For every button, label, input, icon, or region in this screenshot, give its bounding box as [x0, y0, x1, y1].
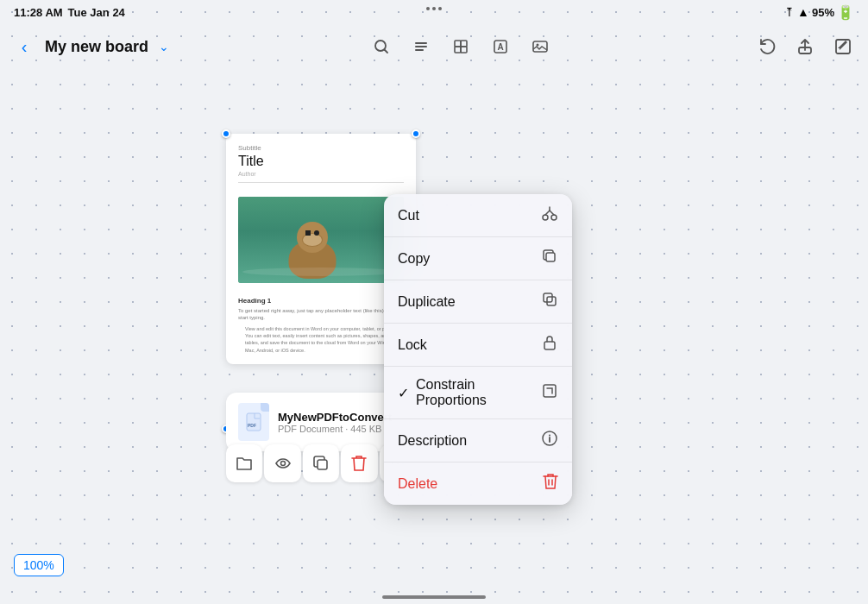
delete-menu-text: Delete [398, 476, 437, 492]
lock-label: Lock [398, 337, 427, 353]
doc-body-text: To get started right away, just tap any … [238, 307, 404, 322]
file-icon: PDF [238, 403, 269, 441]
selection-handle-tl[interactable] [222, 129, 230, 138]
battery-icon: 🔋 [837, 4, 854, 21]
battery-level: 95% [812, 6, 834, 19]
delete-label: Delete [398, 476, 437, 492]
svg-rect-2 [415, 42, 427, 44]
description-text: Description [398, 433, 467, 449]
svg-rect-18 [318, 460, 327, 469]
doc-bullet-1: View and edit this document in Word on y… [238, 325, 404, 332]
svg-rect-5 [455, 41, 461, 47]
svg-rect-15 [247, 413, 261, 431]
preview-button[interactable] [264, 444, 300, 482]
check-mark: ✓ [398, 385, 409, 401]
status-bar: 11:28 AM Tue Jan 24 ⤒ ▲ 95% 🔋 [0, 0, 868, 24]
svg-point-17 [280, 462, 285, 466]
more-options[interactable] [426, 7, 442, 10]
cut-label: Cut [398, 208, 419, 223]
doc-bullet-2: You can edit text, easily insert content… [238, 332, 404, 354]
copy-icon [312, 455, 330, 472]
delete-button[interactable] [341, 444, 377, 482]
location-icon: ⤒ [784, 5, 795, 19]
svg-rect-4 [415, 49, 424, 51]
svg-rect-6 [461, 41, 467, 47]
svg-point-22 [543, 215, 548, 220]
search-tool-button[interactable] [365, 30, 398, 63]
search-icon [373, 38, 390, 55]
status-time: 11:28 AM [14, 6, 63, 19]
delete-menu-icon [543, 473, 558, 494]
svg-rect-11 [533, 41, 547, 52]
dot3 [438, 7, 442, 10]
copy-menu-icon [541, 248, 558, 269]
home-indicator [382, 595, 486, 599]
dot1 [426, 7, 430, 10]
constrain-label: ✓ Constrain Proportions [398, 377, 541, 408]
cut-icon [541, 204, 558, 226]
folder-button[interactable] [226, 444, 262, 482]
nav-left: ‹ My new board ⌄ [10, 33, 169, 60]
back-button[interactable]: ‹ [10, 33, 38, 60]
undo-icon [758, 37, 777, 56]
menu-item-cut[interactable]: Cut [384, 194, 572, 237]
folder-icon [236, 456, 253, 471]
textbox-icon: A [492, 38, 509, 55]
text-tool-button[interactable] [405, 30, 437, 63]
menu-item-copy[interactable]: Copy [384, 237, 572, 280]
title-dropdown-icon[interactable]: ⌄ [159, 40, 169, 53]
svg-rect-28 [544, 385, 556, 397]
svg-point-23 [551, 215, 557, 220]
edit-button[interactable] [828, 32, 858, 61]
svg-text:A: A [498, 42, 504, 52]
description-label: Description [398, 433, 467, 449]
doc-bullets: View and edit this document in Word on y… [238, 325, 404, 354]
media-tool-button[interactable] [524, 30, 557, 63]
doc-title: Title [238, 154, 404, 169]
menu-item-duplicate[interactable]: Duplicate [384, 280, 572, 324]
menu-item-constrain[interactable]: ✓ Constrain Proportions [384, 367, 572, 419]
pdf-icon: PDF [246, 412, 261, 431]
svg-text:PDF: PDF [248, 423, 256, 428]
file-info: MyNewPDFtoConvert PDF Document · 445 KB [278, 411, 392, 434]
eye-icon [274, 455, 292, 472]
doc-divider [238, 182, 404, 183]
file-name: MyNewPDFtoConvert [278, 411, 392, 424]
dot2 [432, 7, 436, 10]
back-icon: ‹ [22, 37, 28, 57]
svg-rect-27 [544, 342, 555, 349]
doc-author: Author [238, 171, 404, 177]
copy-text: Copy [398, 251, 430, 267]
textbox-tool-button[interactable]: A [484, 30, 517, 63]
copy-button[interactable] [303, 444, 339, 482]
share-icon [796, 37, 815, 56]
lock-icon [541, 334, 558, 355]
file-meta: PDF Document · 445 KB [278, 424, 392, 434]
svg-point-12 [537, 44, 539, 47]
selection-handle-tr[interactable] [412, 129, 420, 138]
share-button[interactable] [790, 32, 820, 61]
svg-rect-8 [461, 47, 467, 53]
constrain-text: Constrain Proportions [416, 377, 541, 408]
duplicate-text: Duplicate [398, 294, 456, 310]
menu-item-delete[interactable]: Delete [384, 462, 572, 505]
doc-heading: Heading 1 [238, 297, 404, 305]
undo-button[interactable] [752, 32, 782, 61]
wifi-icon: ▲ [797, 5, 809, 19]
layers-icon [452, 38, 469, 55]
zoom-level[interactable]: 100% [14, 554, 64, 576]
doc-image [238, 197, 404, 283]
menu-icon [412, 38, 430, 55]
duplicate-icon [541, 291, 558, 312]
nav-bar: ‹ My new board ⌄ [0, 24, 868, 69]
duplicate-label: Duplicate [398, 294, 456, 310]
layers-tool-button[interactable] [444, 30, 477, 63]
media-icon [531, 38, 549, 55]
menu-item-description[interactable]: Description [384, 419, 572, 462]
status-date: Tue Jan 24 [68, 6, 125, 19]
trash-icon [351, 455, 367, 472]
description-icon [541, 430, 558, 451]
context-menu: Cut Copy Duplicate [384, 194, 572, 505]
svg-rect-7 [455, 47, 461, 53]
menu-item-lock[interactable]: Lock [384, 324, 572, 367]
